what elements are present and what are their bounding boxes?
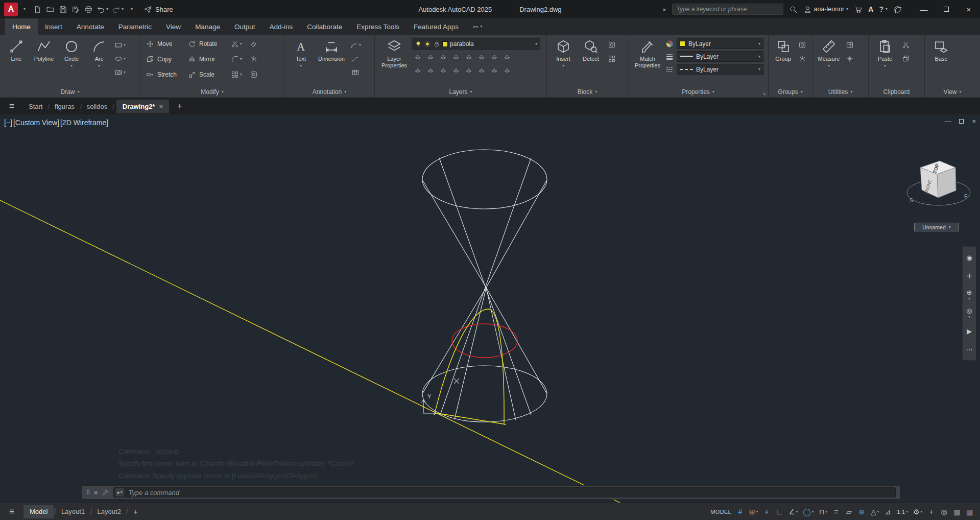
array-button[interactable]: ▾: [228, 68, 245, 81]
dynamic-input-icon[interactable]: +: [760, 505, 773, 518]
ribbon-tab-collaborate[interactable]: Collaborate: [300, 18, 349, 35]
lineweight-icon[interactable]: ≡: [830, 505, 843, 518]
stretch-button[interactable]: Stretch: [145, 70, 185, 79]
plot-button[interactable]: [82, 3, 94, 16]
dimension-button[interactable]: Dimension: [315, 37, 348, 62]
panel-label-block[interactable]: Block▾: [547, 86, 628, 98]
layer-properties-button[interactable]: Layer Properties: [378, 37, 411, 68]
command-input[interactable]: [127, 488, 894, 497]
panel-label-modify[interactable]: Modify▾: [140, 86, 284, 98]
file-tab-figuras[interactable]: figuras: [50, 103, 80, 110]
copy-clip-icon[interactable]: [899, 53, 913, 65]
file-tabs-menu-icon[interactable]: ≡: [0, 101, 23, 111]
ribbon-tab-view[interactable]: View: [159, 18, 188, 35]
command-bar-close-icon[interactable]: ×: [94, 489, 98, 497]
group-button[interactable]: Group: [772, 37, 795, 62]
panel-label-draw[interactable]: Draw▾: [0, 86, 140, 98]
panel-label-clipboard[interactable]: Clipboard: [869, 86, 924, 98]
ribbon-tab-home[interactable]: Home: [5, 18, 38, 35]
detect-button[interactable]: Detect: [578, 37, 604, 62]
file-tab-start[interactable]: Start: [23, 103, 47, 110]
arc-button[interactable]: Arc▾: [86, 37, 112, 68]
save-button[interactable]: [57, 3, 69, 16]
paste-button[interactable]: Paste▾: [872, 37, 898, 68]
application-menu-arrow[interactable]: ▾: [18, 3, 31, 16]
lineweight-select[interactable]: ByLayer▾: [677, 51, 763, 62]
ribbon-tab-annotate[interactable]: Annotate: [69, 18, 111, 35]
account-button[interactable]: ana-leonor▾: [803, 5, 849, 14]
cone-wireframe[interactable]: [422, 150, 547, 422]
hatch-button[interactable]: ▾: [113, 66, 127, 79]
new-file-button[interactable]: [31, 3, 43, 16]
snap-icon[interactable]: ⊞▾: [747, 505, 760, 518]
layer-tool-icon[interactable]: [424, 65, 437, 76]
grid-icon[interactable]: #: [734, 505, 747, 518]
layer-tool-icon[interactable]: [412, 52, 424, 63]
ungroup-icon[interactable]: [796, 53, 809, 65]
window-close-button[interactable]: ×: [958, 0, 980, 18]
cut-icon[interactable]: [899, 39, 913, 51]
units-icon[interactable]: ◎: [938, 505, 950, 518]
properties-dialog-launcher[interactable]: ↘: [762, 91, 766, 96]
layer-tool-icon[interactable]: [424, 52, 437, 63]
object-color-select[interactable]: ByLayer▾: [677, 38, 763, 49]
recent-commands-icon[interactable]: ▸▾: [115, 488, 124, 497]
status-indicator-icon[interactable]: [893, 5, 902, 14]
window-maximize-button[interactable]: [935, 0, 958, 18]
doc-close-button[interactable]: ×: [972, 117, 976, 125]
mirror-button[interactable]: Mirror: [186, 55, 227, 63]
panel-label-properties[interactable]: Properties▾↘: [628, 86, 768, 98]
quick-calculator-icon[interactable]: [843, 39, 856, 51]
id-point-icon[interactable]: [843, 53, 856, 65]
viewcube-view-select[interactable]: Unnamed ▾: [914, 223, 959, 231]
ortho-icon[interactable]: ∟: [773, 505, 786, 518]
layer-tool-icon[interactable]: [463, 52, 475, 63]
erase-button[interactable]: [246, 38, 262, 50]
lineweight-icon[interactable]: [665, 52, 674, 61]
pan-icon[interactable]: ✛: [963, 267, 975, 285]
viewport-view-control[interactable]: [Custom View]: [13, 119, 59, 127]
workspace-icon[interactable]: ⚙▾: [911, 505, 925, 518]
autocad-logo[interactable]: A: [4, 3, 18, 16]
annotation-visibility-icon[interactable]: △▾: [868, 505, 881, 518]
ribbon-tab-insert[interactable]: Insert: [38, 18, 69, 35]
search-icon[interactable]: [789, 5, 798, 14]
full-navigation-wheel-icon[interactable]: ◉: [963, 249, 975, 266]
store-cart-icon[interactable]: [854, 5, 863, 14]
search-expand-arrow[interactable]: ▸: [663, 6, 666, 13]
group-edit-icon[interactable]: [796, 39, 809, 51]
annotation-scale[interactable]: 1:1▾: [894, 505, 911, 518]
status-menu-icon[interactable]: ≡: [0, 507, 23, 517]
viewport-menu-control[interactable]: [−]: [4, 119, 12, 127]
isodraft-icon[interactable]: ◯▾: [800, 505, 816, 518]
layer-tool-icon[interactable]: [450, 65, 462, 76]
linetype-icon[interactable]: [665, 65, 674, 74]
search-input[interactable]: [672, 4, 783, 15]
viewport-visual-style-control[interactable]: [2D Wireframe]: [60, 119, 108, 127]
layer-tool-icon[interactable]: [412, 65, 424, 76]
model-space-drawing[interactable]: Y TOP FRONT S E: [0, 114, 980, 503]
text-button[interactable]: Text▾: [288, 37, 314, 68]
ribbon-tab-output[interactable]: Output: [227, 18, 262, 35]
leader-button[interactable]: ▾: [349, 39, 362, 51]
doc-restore-button[interactable]: [959, 119, 964, 124]
ribbon-tab-express-tools[interactable]: Express Tools: [349, 18, 407, 35]
drawing-area[interactable]: [−] [Custom View] [2D Wireframe] — ×: [0, 114, 980, 503]
rotate-button[interactable]: Rotate: [186, 40, 227, 48]
measure-button[interactable]: Measure▾: [816, 37, 842, 68]
layout1-tab[interactable]: Layout1: [56, 508, 90, 515]
layer-tool-icon[interactable]: [488, 65, 500, 76]
explode-button[interactable]: [246, 53, 262, 65]
graphics-performance-icon[interactable]: ▥: [950, 505, 963, 518]
viewcube-compass-south[interactable]: S: [910, 198, 913, 203]
qat-customize-button[interactable]: ▾: [126, 3, 138, 16]
zoom-icon[interactable]: ⊕▾: [963, 286, 975, 303]
model-tab[interactable]: Model: [23, 505, 54, 518]
command-line-bar[interactable]: ⠿ × ▸▾: [81, 485, 900, 500]
ribbon-tab-add-ins[interactable]: Add-ins: [262, 18, 300, 35]
base-view-button[interactable]: Base: [928, 37, 954, 62]
match-properties-button[interactable]: Match Properties: [631, 37, 664, 68]
parabola-curve[interactable]: [435, 309, 506, 424]
layer-tool-icon[interactable]: [488, 52, 500, 63]
autoscale-icon[interactable]: ⊿: [881, 505, 894, 518]
